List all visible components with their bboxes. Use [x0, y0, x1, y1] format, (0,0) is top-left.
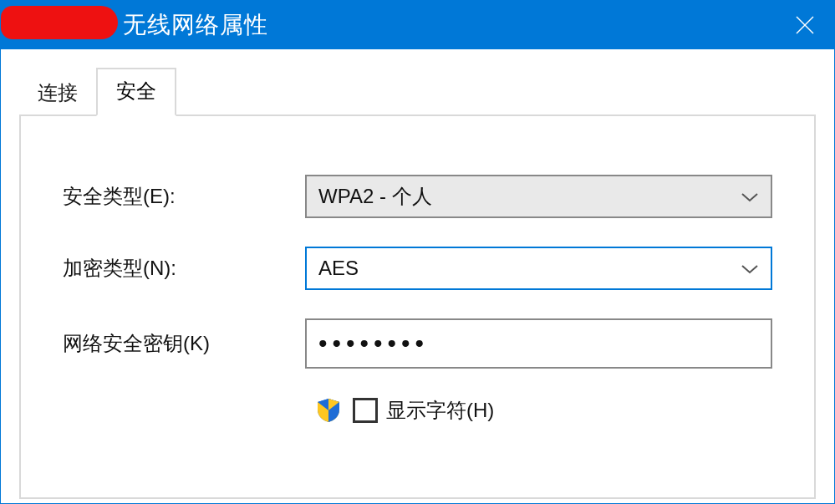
encryption-type-value: AES: [318, 257, 359, 280]
show-characters-row: 显示字符(H): [316, 397, 772, 424]
close-button[interactable]: [776, 1, 834, 49]
shield-icon: [316, 398, 341, 423]
close-icon: [796, 16, 814, 34]
chevron-down-icon: [741, 185, 759, 208]
encryption-type-row: 加密类型(N): AES: [63, 247, 772, 290]
show-characters-checkbox[interactable]: [353, 398, 378, 423]
tab-security[interactable]: 安全: [96, 68, 176, 116]
network-key-label: 网络安全密钥(K): [63, 330, 305, 357]
security-type-dropdown[interactable]: WPA2 - 个人: [305, 175, 772, 218]
chevron-down-icon: [741, 257, 759, 280]
window-title: 无线网络属性: [123, 9, 268, 41]
redacted-mark: [1, 6, 118, 39]
security-type-value: WPA2 - 个人: [318, 183, 432, 210]
security-type-row: 安全类型(E): WPA2 - 个人: [63, 175, 772, 218]
security-panel: 安全类型(E): WPA2 - 个人 加密类型(N): AES: [19, 115, 816, 499]
tab-connection[interactable]: 连接: [19, 71, 96, 116]
encryption-type-label: 加密类型(N):: [63, 255, 305, 282]
network-key-input[interactable]: [305, 318, 772, 369]
encryption-type-dropdown[interactable]: AES: [305, 247, 772, 290]
tab-strip: 连接 安全: [19, 68, 816, 116]
client-area: 连接 安全 安全类型(E): WPA2 - 个人 加密类型(N): AES: [1, 49, 834, 499]
wireless-properties-window: 无线网络属性 连接 安全 安全类型(E): WPA2 - 个人: [0, 0, 835, 504]
security-type-label: 安全类型(E):: [63, 183, 305, 210]
titlebar: 无线网络属性: [1, 1, 834, 49]
show-characters-label: 显示字符(H): [386, 397, 494, 424]
network-key-row: 网络安全密钥(K): [63, 318, 772, 369]
